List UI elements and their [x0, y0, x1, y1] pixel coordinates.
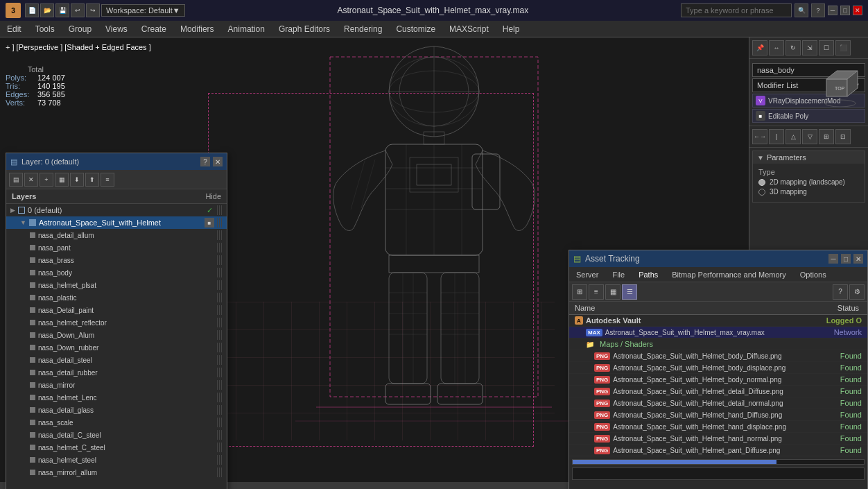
asset-col-status[interactable]: Status: [815, 302, 867, 315]
menu-customize[interactable]: Customize: [389, 23, 442, 35]
asset-help-btn[interactable]: ?: [833, 284, 848, 300]
drag-brass[interactable]: [217, 255, 223, 265]
layer-item-detail-paint[interactable]: nasa_Detail_paint: [6, 304, 227, 316]
asset-menu-options[interactable]: Options: [793, 269, 833, 280]
layers-close-btn[interactable]: ✕: [213, 157, 223, 166]
layer-item-helmet-steel[interactable]: nasa_helmet_steel: [6, 454, 227, 466]
param-icon-3[interactable]: △: [785, 129, 801, 144]
undo-btn[interactable]: ↩: [71, 3, 85, 17]
table-row-tex-7[interactable]: PNG Astronaut_Space_Suit_with_Helmet_han…: [569, 433, 867, 445]
search-input[interactable]: [681, 3, 792, 17]
asset-view-2[interactable]: ≡: [589, 284, 604, 300]
minimize-btn[interactable]: ─: [828, 6, 837, 15]
table-row-tex-8[interactable]: PNG Astronaut_Space_Suit_with_Helmet_pan…: [569, 445, 867, 456]
asset-minimize-btn[interactable]: ─: [828, 254, 838, 264]
layer-item-helmet-reflector[interactable]: nasa_helmet_reflector: [6, 316, 227, 329]
menu-group[interactable]: Group: [62, 23, 98, 35]
search-btn[interactable]: 🔍: [795, 3, 808, 17]
table-row-tex-6[interactable]: PNG Astronaut_Space_Suit_with_Helmet_han…: [569, 421, 867, 433]
layers-list[interactable]: ▶ 0 (default) ✓ ▼ Astronaut_Space_Suit_w…: [6, 204, 227, 480]
layer-item-down-rubber[interactable]: nasa_Down_rubber: [6, 341, 227, 354]
drag-scale[interactable]: [217, 418, 223, 427]
drag-detail-steel[interactable]: [217, 355, 223, 365]
drag-helmet-steel[interactable]: [217, 455, 223, 465]
asset-maximize-btn[interactable]: □: [841, 254, 851, 264]
layer-item-detail-glass[interactable]: nasa_detail_glass: [6, 404, 227, 416]
layer-item-detail-steel[interactable]: nasa_detail_steel: [6, 354, 227, 366]
parameters-header[interactable]: ▼ Parameters: [753, 151, 865, 164]
layer-tool-4[interactable]: ▦: [55, 173, 69, 187]
param-icon-2[interactable]: |: [769, 129, 784, 144]
menu-tools[interactable]: Tools: [28, 23, 62, 35]
save-btn[interactable]: 💾: [55, 3, 69, 17]
layer-item-detail-allum[interactable]: nasa_detail_allum: [6, 229, 227, 241]
asset-table-container[interactable]: Name Status A Autodesk Vault Logged O: [569, 302, 867, 456]
table-row-tex-0[interactable]: PNG Astronaut_Space_Suit_with_Helmet_bod…: [569, 350, 867, 362]
asset-menu-file[interactable]: File: [605, 269, 632, 280]
maximize-btn[interactable]: □: [840, 6, 850, 15]
layer-item-mirrorl-allum[interactable]: nasa_mirrorl_allum: [6, 466, 227, 479]
layer-item-down-alum[interactable]: nasa_Down_Alum: [6, 329, 227, 341]
menu-edit[interactable]: Edit: [0, 23, 28, 35]
asset-settings-btn[interactable]: ⚙: [849, 284, 865, 300]
drag-detail-paint[interactable]: [217, 305, 223, 315]
param-icon-5[interactable]: ⊞: [819, 129, 834, 144]
scale-tool[interactable]: ⇲: [802, 40, 817, 55]
layer-item-mirror[interactable]: nasa_mirror: [6, 379, 227, 391]
layer-item-brass[interactable]: nasa_brass: [6, 254, 227, 266]
drag-detail-glass[interactable]: [217, 405, 223, 415]
menu-rendering[interactable]: Rendering: [337, 23, 389, 35]
drag-down-alum[interactable]: [217, 330, 223, 340]
table-row-tex-4[interactable]: PNG Astronaut_Space_Suit_with_Helmet_det…: [569, 397, 867, 409]
layer-item-helmet-lenc[interactable]: nasa_helmet_Lenc: [6, 391, 227, 404]
table-row-tex-2[interactable]: PNG Astronaut_Space_Suit_with_Helmet_bod…: [569, 374, 867, 386]
drag-detail-allum[interactable]: [217, 230, 223, 240]
menu-help[interactable]: Help: [496, 23, 527, 35]
layer-tool-3[interactable]: +: [40, 173, 53, 187]
drag-detail-rubber[interactable]: [217, 368, 223, 377]
asset-menu-server[interactable]: Server: [569, 269, 605, 280]
asset-menu-bitmap[interactable]: Bitmap Performance and Memory: [665, 269, 792, 280]
table-row-tex-1[interactable]: PNG Astronaut_Space_Suit_with_Helmet_bod…: [569, 362, 867, 374]
move-tool[interactable]: ↔: [769, 40, 784, 55]
drag-pant[interactable]: [217, 243, 223, 252]
asset-close-btn[interactable]: ✕: [853, 254, 863, 264]
select-tool[interactable]: ☐: [819, 40, 834, 55]
layer-item-scale[interactable]: nasa_scale: [6, 416, 227, 429]
open-btn[interactable]: 📂: [40, 3, 54, 17]
layer-item-astronaut[interactable]: ▼ Astronaut_Space_Suit_with_Helmet ■: [6, 216, 227, 229]
drag-body[interactable]: [217, 268, 223, 277]
asset-view-3[interactable]: ▦: [605, 284, 620, 300]
drag-helmet-c-steel[interactable]: [217, 443, 223, 452]
layer-item-0default[interactable]: ▶ 0 (default) ✓: [6, 204, 227, 216]
drag-detail-c-steel[interactable]: [217, 430, 223, 440]
asset-col-name[interactable]: Name: [569, 302, 815, 315]
radio-2d-dot[interactable]: [758, 179, 765, 186]
table-row-maps[interactable]: 📁 Maps / Shaders: [569, 338, 867, 350]
redo-btn[interactable]: ↪: [86, 3, 100, 17]
menu-modifiers[interactable]: Modifiers: [173, 23, 221, 35]
param-icon-4[interactable]: ▽: [802, 129, 817, 144]
table-row-tex-3[interactable]: PNG Astronaut_Space_Suit_with_Helmet_det…: [569, 386, 867, 397]
radio-3d[interactable]: 3D mapping: [758, 188, 859, 196]
modifier-editpoly[interactable]: ■ Editable Poly: [752, 109, 865, 123]
drag-mirrorl-allum[interactable]: [217, 467, 223, 477]
layer-tool-5[interactable]: ⬇: [70, 173, 84, 187]
drag-helmet-reflector[interactable]: [217, 318, 223, 327]
nav-cube[interactable]: TOP: [819, 65, 861, 107]
astronaut-freeze-btn[interactable]: ■: [205, 218, 214, 228]
asset-view-1[interactable]: ⊞: [572, 284, 587, 300]
radio-3d-dot[interactable]: [758, 189, 765, 196]
asset-view-4[interactable]: ☰: [622, 284, 637, 300]
asset-menu-paths[interactable]: Paths: [632, 269, 665, 280]
param-icon-1[interactable]: ←→: [752, 129, 767, 144]
drag-helmet-lenc[interactable]: [217, 393, 223, 402]
layer-tool-1[interactable]: ▤: [9, 173, 23, 187]
close-btn[interactable]: ✕: [853, 6, 862, 15]
table-row-vault[interactable]: A Autodesk Vault Logged O: [569, 315, 867, 327]
workspace-selector[interactable]: Workspace: Default ▼: [101, 4, 185, 17]
drag-helmet-plsat[interactable]: [217, 280, 223, 290]
camera-tool[interactable]: ⬛: [835, 40, 851, 55]
layer-item-body[interactable]: nasa_body: [6, 266, 227, 279]
menu-graph-editors[interactable]: Graph Editors: [272, 23, 337, 35]
